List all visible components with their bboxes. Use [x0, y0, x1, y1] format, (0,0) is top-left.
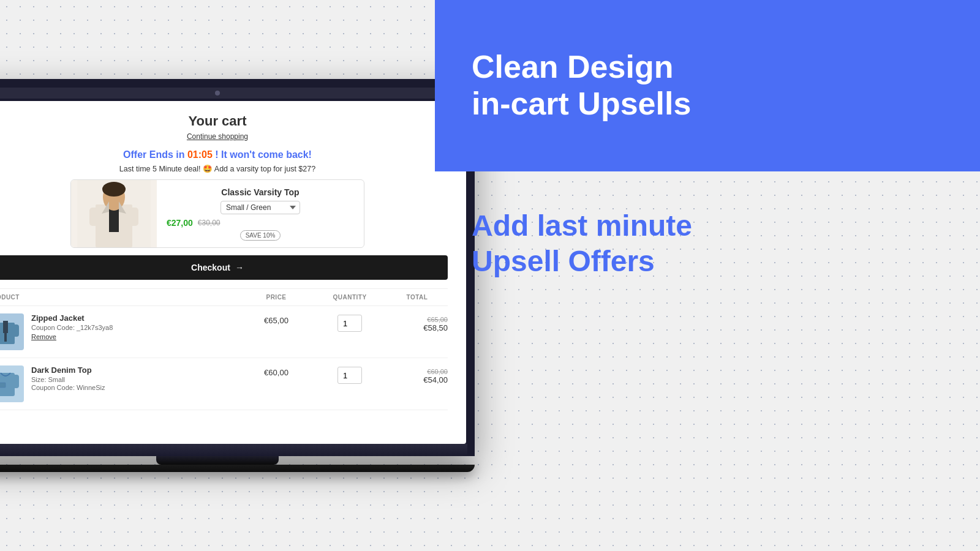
cart-product-name-2: Dark Denim Top [31, 365, 239, 375]
save-badge: SAVE 10% [240, 230, 281, 241]
cart-product-coupon-2: Coupon Code: WinneSiz [31, 384, 239, 391]
cart-table-header: PRODUCT PRICE QUANTITY TOTAL [0, 289, 448, 306]
bottom-right-text: Add last minute Upsell Offers [472, 208, 943, 279]
cart-remove-button-1[interactable]: Remove [31, 333, 56, 340]
cart-product-size-2: Size: Small [31, 376, 239, 383]
laptop-body: Your cart Continue shopping Offer Ends i… [0, 79, 475, 456]
upsell-price-original: €30,00 [198, 219, 221, 227]
upsell-product-image [71, 180, 157, 247]
upsell-price: €27,00 €30,00 [167, 218, 354, 228]
continue-shopping-link[interactable]: Continue shopping [0, 132, 448, 141]
upsell-product-name: Classic Varsity Top [167, 187, 354, 197]
cart-product-coupon-1: Coupon Code: _12k7s3ya8 [31, 324, 239, 331]
cart-price-1: €65,00 [239, 313, 313, 325]
bottom-text-line1: Add last minute [472, 209, 692, 242]
cart-quantity-2 [313, 365, 386, 384]
offer-headline: Offer Ends in 01:05 ! It won't come back… [0, 149, 448, 160]
cart-quantity-input-2[interactable] [337, 367, 362, 384]
checkout-arrow-icon: → [235, 263, 244, 272]
cart-product-image-1 [0, 313, 24, 350]
svg-rect-14 [4, 324, 7, 342]
header-product: PRODUCT [0, 294, 239, 301]
cart-product-image-2 [0, 365, 24, 402]
offer-headline-after: ! It won't come back! [213, 149, 312, 160]
cart-product-info-1: Zipped Jacket Coupon Code: _12k7s3ya8 Re… [0, 313, 239, 350]
offer-subtext: Last time 5 Minute deal! 🤩 Add a varsity… [0, 164, 448, 173]
cart-quantity-1 [313, 313, 386, 332]
laptop-screen: Your cart Continue shopping Offer Ends i… [0, 101, 466, 444]
cart-title: Your cart [0, 113, 448, 129]
cart-product-name-1: Zipped Jacket [31, 313, 239, 323]
left-section: Your cart Continue shopping Offer Ends i… [0, 0, 435, 551]
right-section: Clean Design in-cart Upsells Add last mi… [435, 0, 980, 551]
cart-table: PRODUCT PRICE QUANTITY TOTAL [0, 288, 448, 410]
header-price: PRICE [239, 294, 313, 301]
upsell-product-info: Classic Varsity Top Small / Green Medium… [157, 180, 364, 247]
cart-price-2: €60,00 [239, 365, 313, 377]
cart-product-details-1: Zipped Jacket Coupon Code: _12k7s3ya8 Re… [31, 313, 239, 341]
laptop-camera-bar [0, 88, 466, 99]
table-row: Zipped Jacket Coupon Code: _12k7s3ya8 Re… [0, 306, 448, 358]
offer-headline-before: Offer Ends in [123, 149, 187, 160]
offer-timer: 01:05 [187, 149, 213, 160]
cart-quantity-input-1[interactable] [337, 315, 362, 332]
banner-line2: in-cart Upsells [472, 86, 691, 121]
bottom-right-area: Add last minute Upsell Offers [435, 171, 980, 551]
upsell-price-current: €27,00 [167, 218, 193, 228]
laptop-foot [0, 465, 475, 472]
svg-rect-6 [126, 208, 138, 226]
laptop-camera [215, 91, 220, 96]
laptop-stand [156, 456, 279, 465]
bottom-text-line2: Upsell Offers [472, 245, 655, 277]
svg-point-4 [102, 182, 126, 197]
blue-banner-text: Clean Design in-cart Upsells [472, 49, 691, 122]
svg-rect-13 [13, 324, 19, 337]
table-row: Dark Denim Top Size: Small Coupon Code: … [0, 358, 448, 410]
upsell-card: Classic Varsity Top Small / Green Medium… [70, 179, 364, 248]
cart-product-details-2: Dark Denim Top Size: Small Coupon Code: … [31, 365, 239, 392]
svg-rect-5 [89, 208, 102, 226]
laptop: Your cart Continue shopping Offer Ends i… [0, 79, 475, 472]
svg-rect-19 [0, 383, 6, 388]
offer-section: Offer Ends in 01:05 ! It won't come back… [0, 149, 448, 248]
checkout-button-label: Checkout [191, 263, 230, 272]
laptop-base [0, 444, 467, 456]
cart-product-info-2: Dark Denim Top Size: Small Coupon Code: … [0, 365, 239, 402]
checkout-button[interactable]: Checkout → [0, 255, 448, 280]
upsell-variant-select[interactable]: Small / Green Medium / Green Large / Gre… [221, 201, 300, 214]
blue-banner: Clean Design in-cart Upsells [435, 0, 980, 171]
banner-line1: Clean Design [472, 49, 673, 84]
svg-rect-18 [13, 375, 19, 388]
cart-page: Your cart Continue shopping Offer Ends i… [0, 101, 466, 422]
header-quantity: QUANTITY [313, 294, 386, 301]
